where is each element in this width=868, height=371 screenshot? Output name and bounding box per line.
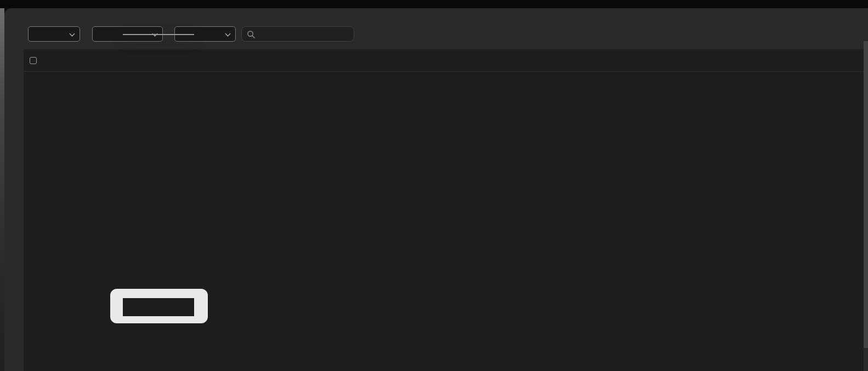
- search-box[interactable]: [241, 26, 354, 42]
- chevron-down-icon: [225, 31, 231, 37]
- red-annotation-box: [110, 289, 208, 323]
- window-left-edge: [0, 8, 4, 371]
- header-checkbox-cell: [30, 57, 37, 64]
- filter-select[interactable]: [28, 26, 80, 42]
- scrollbar-track[interactable]: [864, 8, 868, 371]
- table-end-space: [24, 71, 868, 104]
- search-icon: [247, 30, 256, 39]
- chevron-down-icon: [70, 31, 75, 37]
- window-title-bar: [0, 0, 868, 8]
- search-input[interactable]: [258, 30, 349, 38]
- table-header-row: [24, 49, 868, 71]
- scrollbar-thumb[interactable]: [864, 41, 868, 348]
- type-dropdown-list: [123, 34, 194, 35]
- select-all-checkbox[interactable]: [30, 57, 37, 64]
